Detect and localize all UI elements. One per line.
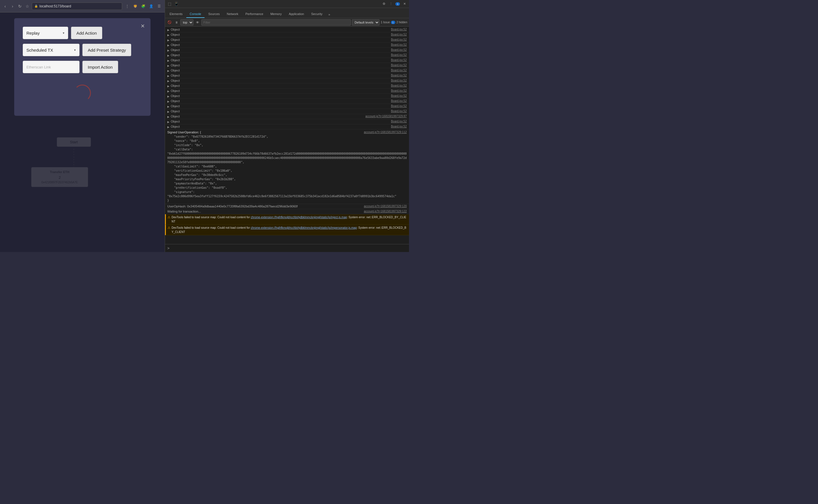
tab-elements[interactable]: Elements [166,11,186,18]
console-row[interactable]: ▶ Object Board.jsx:52 [165,94,409,99]
console-input[interactable] [171,247,407,250]
warning-icon-2: ⚠ [167,226,170,230]
issue-badge: 1 Issue 1 [381,21,395,24]
expand-icon: ▶ [167,39,169,42]
etherscan-input[interactable] [23,61,79,73]
replay-dropdown[interactable]: Replay ▾ [23,27,68,39]
console-row[interactable]: ▶ Object Board.jsx:52 [165,48,409,53]
tab-application[interactable]: Application [286,11,308,18]
console-row[interactable]: ▶ Object Board.jsx:52 [165,89,409,94]
userop-hash-link[interactable]: account.js?t=1681581997329:120 [364,205,407,208]
console-row[interactable]: ▶ Object Board.jsx:52 [165,58,409,63]
warning-row-1[interactable]: ⚠ DevTools failed to load source map: Co… [165,214,409,225]
expand-icon: ▶ [167,69,169,72]
left-panel: ‹ › ↻ ☆ 🔒 localhost:5173/board ⋮ 🦁 🧩 👤 ☰ [0,0,165,252]
warning-text-1: DevTools failed to load source map: Coul… [171,215,407,224]
bookmark-button[interactable]: ☆ [24,3,30,9]
tab-sources[interactable]: Sources [205,11,223,18]
console-row[interactable]: ▶ Object Board.jsx:52 [165,83,409,89]
userop-hash-row[interactable]: UserOpHash: 0x3405484a9dbaaa1440e0c7720f… [165,204,409,209]
issue-count-badge: 1 [391,21,395,24]
console-row[interactable]: ▶ Object Board.jsx:52 [165,27,409,32]
expand-icon: ▶ [167,115,169,118]
console-row[interactable]: ▶ Object Board.jsx:52 [165,78,409,83]
lock-icon: 🔒 [34,5,38,8]
tab-memory[interactable]: Memory [267,11,285,18]
console-row[interactable]: ▶ Object Board.jsx:52 [165,43,409,48]
waiting-text: Waiting for transaction... [167,210,362,213]
preserve-log-btn[interactable]: ⏸ [173,20,179,25]
brave-icon-btn[interactable]: 🦁 [132,3,138,10]
tab-network[interactable]: Network [224,11,242,18]
warning-link-1[interactable]: chrome-extension://hgihfkmojbhccfdohjdbk… [251,216,347,219]
signed-op-block[interactable]: Signed UserOperation: { account.js?t=168… [165,129,409,204]
eye-btn[interactable]: 👁 [194,20,200,25]
expand-icon: ▶ [167,90,169,93]
expand-icon: ▶ [167,105,169,108]
console-output[interactable]: ▶ Object Board.jsx:52 ▶ Object Board.jsx… [165,27,409,244]
devtools-badge: 1 [395,2,400,6]
expand-icon: ▶ [167,64,169,67]
console-row[interactable]: ▶ Object Board.jsx:52 [165,124,409,129]
devtools-inspect-btn[interactable]: ⬚ [167,1,172,7]
console-row[interactable]: ▶ Object Board.jsx:52 [165,99,409,104]
menu-btn[interactable]: ☰ [156,3,162,10]
console-row[interactable]: ▶ Object Board.jsx:52 [165,32,409,37]
waiting-link[interactable]: account.js?t=1681581997329:122 [364,210,407,213]
extensions-btn[interactable]: 🧩 [140,3,146,10]
back-button[interactable]: ‹ [2,3,8,9]
modal-panel: ✕ Replay ▾ Add Action Scheduled TX ▾ [14,18,150,116]
userop-hash-text: UserOpHash: 0x3405484a9dbaaa1440e0c7720f… [167,205,362,208]
reload-button[interactable]: ↻ [17,3,23,9]
tab-security[interactable]: Security [308,11,326,18]
console-row[interactable]: ▶ Object Board.jsx:52 [165,104,409,109]
filter-input[interactable] [201,19,351,26]
etherscan-row: Import Action [23,61,142,73]
clear-console-btn[interactable]: 🚫 [167,20,172,25]
devtools-more-btn[interactable]: ⋮ [388,1,394,7]
expand-icon: ▶ [167,100,169,103]
tab-more[interactable]: » [326,11,332,18]
signed-op-header: Signed UserOperation: { [167,131,201,134]
waiting-row[interactable]: Waiting for transaction... account.js?t=… [165,209,409,214]
console-row[interactable]: ▶ Object Board.jsx:52 [165,63,409,68]
tab-performance[interactable]: Performance [242,11,267,18]
replay-row: Replay ▾ Add Action [23,27,142,39]
warning-row-2[interactable]: ⚠ DevTools failed to load source map: Co… [165,225,409,235]
expand-icon: ▶ [167,79,169,83]
levels-dropdown[interactable]: Default levels [352,19,379,26]
url-text: localhost:5173/board [39,4,71,8]
console-row[interactable]: ▶ Object Board.jsx:52 [165,119,409,124]
expand-icon: ▶ [167,59,169,62]
console-row[interactable]: ▶ Object Board.jsx:52 [165,53,409,58]
console-row[interactable]: ▶ Object Board.jsx:52 [165,73,409,78]
signed-op-link[interactable]: account.js?t=1681581997329:112 [364,131,407,134]
devtools-device-btn[interactable]: 📱 [173,1,179,7]
scheduled-tx-dropdown[interactable]: Scheduled TX ▾ [23,44,79,56]
browser-actions: ⋮ 🦁 🧩 👤 ☰ [124,3,162,10]
forward-button[interactable]: › [10,3,15,9]
console-row[interactable]: ▶ Object Board.jsx:52 [165,37,409,43]
expand-icon: ▶ [167,125,169,129]
signed-op-content: "sender": "0x677826109d734CF66B78D6637Af… [167,135,407,203]
close-button[interactable]: ✕ [138,22,146,30]
expand-icon: ▶ [167,95,169,98]
console-row[interactable]: ▶ Object account.js?t=1681581997329:87 [165,114,409,119]
devtools-tabs: Elements Console Sources Network Perform… [165,8,409,18]
expand-icon: ▶ [167,110,169,113]
console-input-row: > [165,244,409,252]
console-row[interactable]: ▶ Object Board.jsx:52 [165,109,409,114]
tab-console[interactable]: Console [186,11,204,18]
profile-btn[interactable]: 👤 [148,3,154,10]
add-action-button[interactable]: Add Action [71,27,102,39]
devtools-toolbar: 🚫 ⏸ top 👁 Default levels 1 Issue 1 2 hid… [165,18,409,27]
devtools-close-btn[interactable]: ✕ [402,1,407,7]
devtools-settings-btn[interactable]: ⚙ [381,1,387,7]
context-dropdown[interactable]: top [180,19,193,26]
warning-link-2[interactable]: chrome-extension://hgihfkmojbhccfdohjdbk… [251,226,357,229]
url-bar: 🔒 localhost:5173/board [32,3,122,10]
console-row[interactable]: ▶ Object Board.jsx:52 [165,68,409,73]
import-action-button[interactable]: Import Action [82,61,118,73]
share-button[interactable]: ⋮ [124,3,131,10]
add-preset-button[interactable]: Add Preset Strategy [82,44,131,56]
